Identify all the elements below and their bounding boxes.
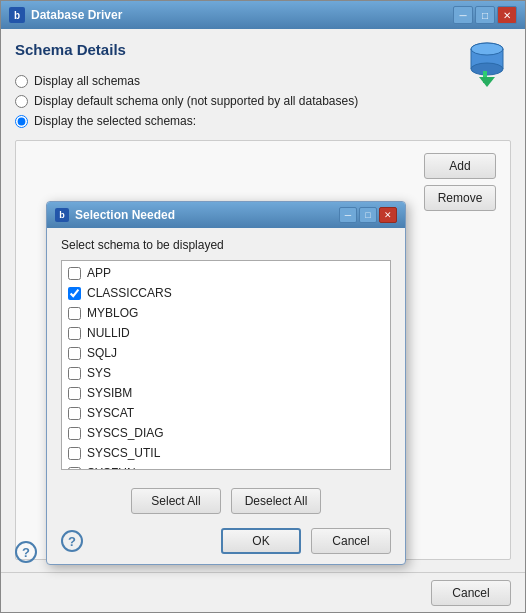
outer-cancel-button[interactable]: Cancel xyxy=(431,580,511,606)
schema-item[interactable]: SYSIBM xyxy=(62,383,390,403)
schema-label: MYBLOG xyxy=(87,306,138,320)
modal-title-buttons: ─ □ ✕ xyxy=(339,207,397,223)
svg-point-3 xyxy=(471,43,503,55)
schema-checkbox-myblog[interactable] xyxy=(68,307,81,320)
schema-checkbox-classiccars[interactable] xyxy=(68,287,81,300)
close-button[interactable]: ✕ xyxy=(497,6,517,24)
minimize-button[interactable]: ─ xyxy=(453,6,473,24)
schema-label: SYSCS_UTIL xyxy=(87,446,160,460)
schema-checkbox-app[interactable] xyxy=(68,267,81,280)
schema-checkbox-syscs_diag[interactable] xyxy=(68,427,81,440)
modal-close-button[interactable]: ✕ xyxy=(379,207,397,223)
schema-label: SQLJ xyxy=(87,346,117,360)
modal-minimize-button[interactable]: ─ xyxy=(339,207,357,223)
modal-footer: ? OK Cancel xyxy=(47,522,405,564)
schema-checkbox-syscat[interactable] xyxy=(68,407,81,420)
schema-item[interactable]: MYBLOG xyxy=(62,303,390,323)
title-bar-buttons: ─ □ ✕ xyxy=(453,6,517,24)
schema-checkbox-sqlj[interactable] xyxy=(68,347,81,360)
outer-window: b Database Driver ─ □ ✕ Schema Details xyxy=(0,0,526,613)
select-all-button[interactable]: Select All xyxy=(131,488,221,514)
schema-list: APPCLASSICCARSMYBLOGNULLIDSQLJSYSSYSIBMS… xyxy=(62,261,390,470)
modal-body: Select schema to be displayed APPCLASSIC… xyxy=(47,228,405,480)
modal-icon: b xyxy=(55,208,69,222)
schema-label: NULLID xyxy=(87,326,130,340)
schema-checkbox-sys[interactable] xyxy=(68,367,81,380)
schema-label: SYS xyxy=(87,366,111,380)
schema-item[interactable]: SYS xyxy=(62,363,390,383)
outer-footer: Cancel xyxy=(1,572,525,612)
maximize-button[interactable]: □ xyxy=(475,6,495,24)
modal-help-icon[interactable]: ? xyxy=(61,530,83,552)
schema-item[interactable]: SYSCS_DIAG xyxy=(62,423,390,443)
schema-checkbox-sysibm[interactable] xyxy=(68,387,81,400)
modal-title: Selection Needed xyxy=(75,208,339,222)
radio-selected-schemas-label: Display the selected schemas: xyxy=(34,114,196,128)
schema-label: SYSFUN xyxy=(87,466,136,470)
schema-label: CLASSICCARS xyxy=(87,286,172,300)
radio-item-all-schemas[interactable]: Display all schemas xyxy=(15,74,511,88)
schema-item[interactable]: SYSFUN xyxy=(62,463,390,470)
inner-panel: Add Remove b Selection Needed ─ □ xyxy=(15,140,511,560)
radio-selected-schemas[interactable] xyxy=(15,115,28,128)
schema-item[interactable]: CLASSICCARS xyxy=(62,283,390,303)
radio-item-selected-schemas[interactable]: Display the selected schemas: xyxy=(15,114,511,128)
schema-checkbox-nullid[interactable] xyxy=(68,327,81,340)
radio-all-schemas[interactable] xyxy=(15,75,28,88)
radio-item-default-schema[interactable]: Display default schema only (not support… xyxy=(15,94,511,108)
deselect-all-button[interactable]: Deselect All xyxy=(231,488,321,514)
schema-item[interactable]: SYSCS_UTIL xyxy=(62,443,390,463)
svg-marker-5 xyxy=(479,77,495,87)
modal-cancel-button[interactable]: Cancel xyxy=(311,528,391,554)
radio-default-schema-label: Display default schema only (not support… xyxy=(34,94,358,108)
schema-label: SYSCS_DIAG xyxy=(87,426,164,440)
schema-item[interactable]: NULLID xyxy=(62,323,390,343)
window-content: Schema Details Display all schemas xyxy=(1,29,525,572)
radio-default-schema[interactable] xyxy=(15,95,28,108)
schema-label: APP xyxy=(87,266,111,280)
modal-title-bar: b Selection Needed ─ □ ✕ xyxy=(47,202,405,228)
ok-button[interactable]: OK xyxy=(221,528,301,554)
outer-help-icon[interactable]: ? xyxy=(15,541,37,563)
modal-overlay: b Selection Needed ─ □ ✕ Select schema t… xyxy=(16,141,510,559)
title-bar: b Database Driver ─ □ ✕ xyxy=(1,1,525,29)
schema-item[interactable]: APP xyxy=(62,263,390,283)
schema-item[interactable]: SYSCAT xyxy=(62,403,390,423)
radio-group: Display all schemas Display default sche… xyxy=(15,74,511,128)
window-title: Database Driver xyxy=(31,8,453,22)
window-icon: b xyxy=(9,7,25,23)
schema-checkbox-sysfun[interactable] xyxy=(68,467,81,471)
modal-subtitle: Select schema to be displayed xyxy=(61,238,391,252)
radio-all-schemas-label: Display all schemas xyxy=(34,74,140,88)
schema-label: SYSIBM xyxy=(87,386,132,400)
modal-maximize-button[interactable]: □ xyxy=(359,207,377,223)
schema-item[interactable]: SQLJ xyxy=(62,343,390,363)
modal-actions: Select All Deselect All xyxy=(47,480,405,522)
database-icon xyxy=(463,39,511,87)
modal-dialog: b Selection Needed ─ □ ✕ Select schema t… xyxy=(46,201,406,565)
schema-label: SYSCAT xyxy=(87,406,134,420)
schema-list-container[interactable]: APPCLASSICCARSMYBLOGNULLIDSQLJSYSSYSIBMS… xyxy=(61,260,391,470)
schema-checkbox-syscs_util[interactable] xyxy=(68,447,81,460)
page-title: Schema Details xyxy=(15,41,511,58)
